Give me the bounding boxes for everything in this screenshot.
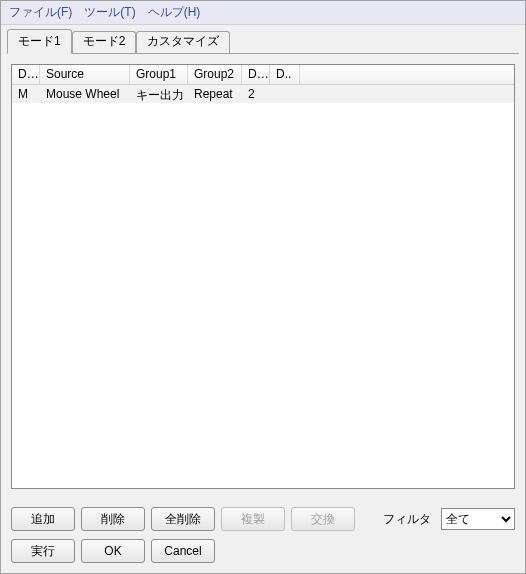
button-row-1: 追加 削除 全削除 複製 交換 フィルタ 全て xyxy=(11,507,515,531)
menu-file[interactable]: ファイル(F) xyxy=(9,4,72,21)
filter-select[interactable]: 全て xyxy=(441,508,515,530)
tab-mode1[interactable]: モード1 xyxy=(7,29,72,54)
cancel-button[interactable]: Cancel xyxy=(151,539,215,563)
duplicate-button[interactable]: 複製 xyxy=(221,507,285,531)
filter-label: フィルタ xyxy=(383,511,431,528)
listview[interactable]: D.. Source Group1 Group2 D.. D.. M Mouse… xyxy=(11,64,515,489)
tabstrip: モード1 モード2 カスタマイズ xyxy=(1,25,525,53)
col-d1[interactable]: D.. xyxy=(12,65,40,84)
col-d3[interactable]: D.. xyxy=(270,65,300,84)
execute-button[interactable]: 実行 xyxy=(11,539,75,563)
cell-d1: M xyxy=(12,85,40,103)
menubar: ファイル(F) ツール(T) ヘルプ(H) xyxy=(1,1,525,25)
main-window: ファイル(F) ツール(T) ヘルプ(H) モード1 モード2 カスタマイズ D… xyxy=(0,0,526,574)
col-source[interactable]: Source xyxy=(40,65,130,84)
tab-mode2[interactable]: モード2 xyxy=(72,31,137,53)
cell-group2: Repeat xyxy=(188,85,242,103)
col-d2[interactable]: D.. xyxy=(242,65,270,84)
swap-button[interactable]: 交換 xyxy=(291,507,355,531)
bottom-panel: 追加 削除 全削除 複製 交換 フィルタ 全て 実行 OK Cancel xyxy=(1,499,525,573)
listview-body[interactable]: M Mouse Wheel キー出力 Repeat 2 xyxy=(12,85,514,488)
button-row-2: 実行 OK Cancel xyxy=(11,539,515,563)
cell-d2: 2 xyxy=(242,85,270,103)
add-button[interactable]: 追加 xyxy=(11,507,75,531)
col-group1[interactable]: Group1 xyxy=(130,65,188,84)
cell-source: Mouse Wheel xyxy=(40,85,130,103)
table-row[interactable]: M Mouse Wheel キー出力 Repeat 2 xyxy=(12,85,514,103)
cell-d3 xyxy=(270,85,300,103)
menu-help[interactable]: ヘルプ(H) xyxy=(148,4,201,21)
listview-header: D.. Source Group1 Group2 D.. D.. xyxy=(12,65,514,85)
delete-all-button[interactable]: 全削除 xyxy=(151,507,215,531)
cell-group1: キー出力 xyxy=(130,85,188,103)
menu-tool[interactable]: ツール(T) xyxy=(84,4,135,21)
tab-content: D.. Source Group1 Group2 D.. D.. M Mouse… xyxy=(1,54,525,499)
tab-customize[interactable]: カスタマイズ xyxy=(136,31,230,53)
delete-button[interactable]: 削除 xyxy=(81,507,145,531)
col-group2[interactable]: Group2 xyxy=(188,65,242,84)
ok-button[interactable]: OK xyxy=(81,539,145,563)
